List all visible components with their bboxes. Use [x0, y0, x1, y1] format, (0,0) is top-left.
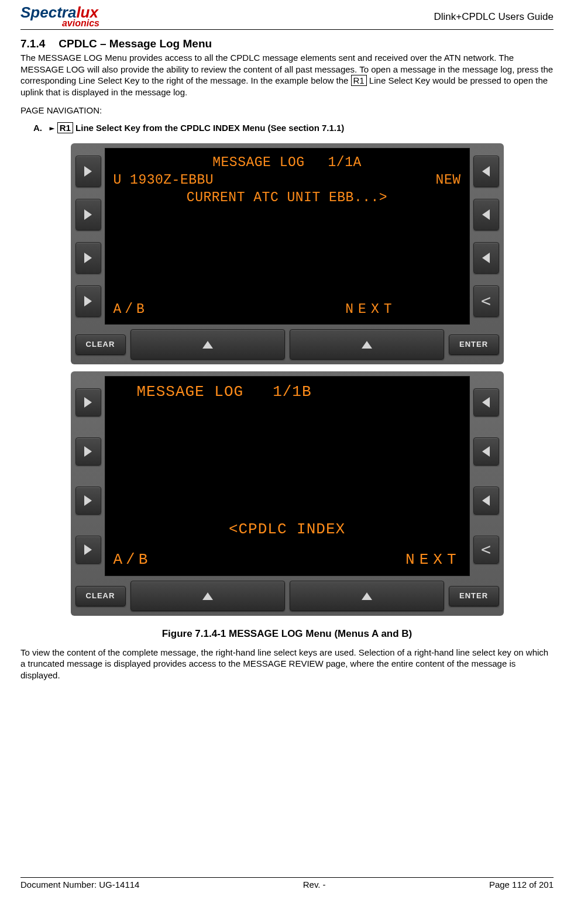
- cdu-device-b: MESSAGE LOG 1/1B <CPDLC INDEX A/B NEXT: [71, 371, 504, 616]
- lsk-l3[interactable]: [75, 242, 101, 274]
- lsk-r1[interactable]: [473, 156, 499, 187]
- key-ref-r1: R1: [351, 75, 367, 86]
- closing-paragraph: To view the content of the complete mess…: [20, 647, 554, 681]
- screen-a-title: MESSAGE LOG: [212, 154, 304, 172]
- key-ref-r1-step: R1: [57, 122, 73, 133]
- up-button-1[interactable]: [130, 329, 285, 360]
- footer-page: Page 112 of 201: [489, 879, 554, 891]
- lsk-r2[interactable]: [473, 199, 499, 230]
- enter-button-b[interactable]: ENTER: [449, 586, 499, 606]
- screen-a-next: NEXT: [345, 301, 460, 319]
- lsk-l2-b[interactable]: [75, 437, 101, 466]
- right-lsk-column-b: <: [473, 376, 499, 576]
- screen-b-ab: A/B: [114, 550, 152, 570]
- screen-a-ab: A/B: [114, 301, 148, 319]
- up-button-2[interactable]: [290, 329, 444, 360]
- screen-b-next: NEXT: [405, 550, 460, 570]
- left-lsk-column-b: [75, 376, 101, 576]
- lsk-l4[interactable]: [75, 285, 101, 317]
- lsk-l2[interactable]: [75, 199, 101, 230]
- logo: Spectralux avionics: [20, 6, 98, 28]
- lsk-l1[interactable]: [75, 156, 101, 187]
- screen-a: MESSAGE LOG 1/1A U 1930Z-EBBU NEW CURREN…: [105, 148, 470, 325]
- screen-a-page: 1/1A: [328, 154, 362, 172]
- enter-button[interactable]: ENTER: [449, 335, 499, 355]
- right-lsk-column: <: [473, 148, 499, 325]
- lsk-r1-b[interactable]: [473, 388, 499, 416]
- clear-button[interactable]: CLEAR: [75, 335, 126, 355]
- screen-a-msg-text: CURRENT ATC UNIT EBB...>: [114, 189, 461, 207]
- page-footer: Document Number: UG-14114 Rev. - Page 11…: [20, 877, 554, 891]
- lsk-l1-b[interactable]: [75, 388, 101, 416]
- doc-title: Dlink+CPDLC Users Guide: [434, 11, 554, 23]
- lsk-r2-b[interactable]: [473, 437, 499, 466]
- clear-button-b[interactable]: CLEAR: [75, 586, 126, 606]
- screen-b-page: 1/1B: [273, 382, 311, 402]
- screen-b: MESSAGE LOG 1/1B <CPDLC INDEX A/B NEXT: [105, 376, 470, 576]
- cdu-device-a: MESSAGE LOG 1/1A U 1930Z-EBBU NEW CURREN…: [71, 143, 504, 364]
- lsk-l4-b[interactable]: [75, 536, 101, 564]
- footer-docnum: Document Number: UG-14114: [20, 879, 139, 891]
- lsk-l3-b[interactable]: [75, 487, 101, 515]
- nav-step-a: A. ► R1 Line Select Key from the CPDLC I…: [33, 122, 554, 135]
- up-button-1-b[interactable]: [130, 581, 285, 611]
- lsk-r3[interactable]: [473, 242, 499, 274]
- screen-b-cpdlc-index: <CPDLC INDEX: [114, 520, 461, 540]
- left-lsk-column: [75, 148, 101, 325]
- section-heading: 7.1.4 CPDLC – Message Log Menu: [20, 37, 554, 51]
- screen-a-msg-status: NEW: [436, 172, 461, 189]
- footer-rev: Rev. -: [303, 879, 326, 891]
- figure-caption: Figure 7.1.4-1 MESSAGE LOG Menu (Menus A…: [20, 628, 554, 640]
- page-header: Spectralux avionics Dlink+CPDLC Users Gu…: [20, 6, 554, 30]
- screen-b-title: MESSAGE LOG: [137, 382, 244, 402]
- screen-a-msg-id: U 1930Z-EBBU: [114, 172, 214, 189]
- intro-paragraph: The MESSAGE LOG Menu provides access to …: [20, 52, 554, 98]
- lsk-back-b[interactable]: <: [473, 536, 499, 564]
- up-button-2-b[interactable]: [290, 581, 444, 611]
- lsk-back[interactable]: <: [473, 285, 499, 317]
- page-navigation-label: PAGE NAVIGATION:: [20, 105, 554, 116]
- lsk-r3-b[interactable]: [473, 487, 499, 515]
